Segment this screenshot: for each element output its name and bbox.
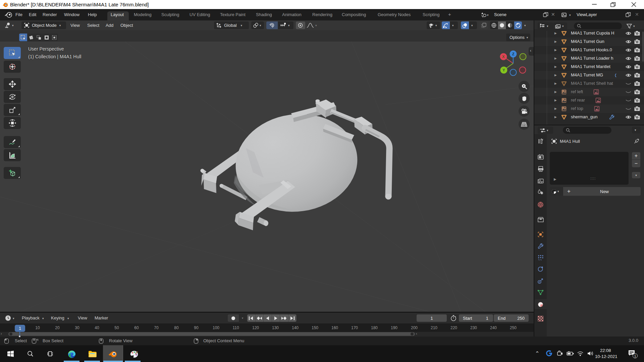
svg-text:Y: Y [502, 68, 505, 72]
svg-text:X: X [502, 55, 505, 59]
svg-text:Z: Z [512, 52, 515, 56]
